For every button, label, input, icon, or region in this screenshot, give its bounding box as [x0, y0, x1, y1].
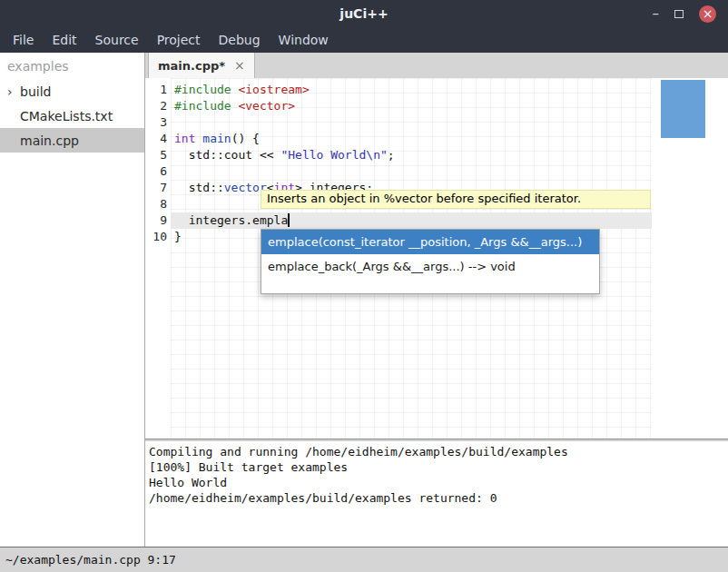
terminal-line: Hello World: [149, 475, 724, 490]
menu-item-project[interactable]: Project: [148, 29, 210, 51]
file-label: build: [20, 84, 51, 99]
file-label: CMakeLists.txt: [20, 109, 113, 123]
text-cursor: [288, 213, 290, 227]
source-editor[interactable]: 12345678910 #include <iostream>#include …: [145, 78, 728, 439]
code-line: std::cout << "Hello World\n";: [174, 147, 395, 163]
tab-bar: main.cpp*×: [145, 53, 728, 78]
build-output-terminal[interactable]: Compiling and running /home/eidheim/exam…: [145, 441, 728, 547]
completion-item[interactable]: emplace(const_iterator __position, _Args…: [261, 230, 599, 254]
menu-bar: FileEditSourceProjectDebugWindow: [0, 27, 728, 53]
doc-tooltip: Inserts an object in %vector before spec…: [261, 190, 651, 209]
code-line: #include <iostream>: [174, 82, 395, 98]
completion-popup: emplace(const_iterator __position, _Args…: [261, 229, 600, 294]
code-line: #include <vector>: [174, 98, 395, 114]
chevron-right-icon: ›: [7, 84, 20, 99]
line-number: 10: [145, 229, 167, 245]
line-number: 3: [145, 114, 167, 131]
terminal-line: Compiling and running /home/eidheim/exam…: [149, 444, 724, 459]
code-line: [174, 163, 395, 180]
file-tree: ›buildCMakeLists.txtmain.cpp: [0, 79, 144, 153]
line-number: 7: [145, 180, 167, 196]
line-number: 6: [145, 163, 167, 180]
line-number-gutter: 12345678910: [145, 82, 167, 245]
line-number: 8: [145, 196, 167, 212]
terminal-line: [100%] Built target examples: [149, 459, 724, 475]
menu-item-edit[interactable]: Edit: [43, 29, 85, 51]
tab-close-icon[interactable]: ×: [234, 58, 245, 73]
status-file-position: ~/examples/main.cpp 9:17: [5, 553, 176, 567]
menu-item-debug[interactable]: Debug: [210, 29, 270, 51]
window-controls: – ×: [653, 5, 728, 23]
minimize-icon[interactable]: –: [653, 9, 660, 18]
sidebar-item-main-cpp[interactable]: main.cpp: [0, 128, 144, 153]
code-area: #include <iostream>#include <vector>int …: [174, 82, 395, 245]
menu-item-source[interactable]: Source: [86, 29, 148, 51]
line-number: 1: [145, 82, 167, 98]
code-line: integers.empla: [174, 212, 395, 229]
window-title: juCi++: [0, 6, 728, 21]
completion-item[interactable]: emplace_back(_Args &&__args...) --> void: [261, 254, 599, 279]
file-label: main.cpp: [20, 133, 79, 148]
restore-icon[interactable]: [674, 10, 684, 18]
line-number: 2: [145, 98, 167, 114]
menu-item-file[interactable]: File: [4, 29, 43, 51]
line-number: 5: [145, 147, 167, 163]
title-bar: juCi++ – ×: [0, 0, 728, 27]
line-number: 9: [145, 212, 167, 229]
content-area: examples ›buildCMakeLists.txtmain.cpp ma…: [0, 53, 728, 547]
close-icon[interactable]: ×: [699, 5, 716, 23]
line-number: 4: [145, 131, 167, 147]
code-line: [174, 114, 395, 131]
source-map-slider[interactable]: [661, 80, 705, 138]
tab-main-cpp[interactable]: main.cpp*×: [148, 53, 255, 78]
sidebar-item-cmakelists-txt[interactable]: CMakeLists.txt: [0, 104, 144, 128]
tab-label: main.cpp*: [158, 59, 225, 73]
terminal-line: /home/eidheim/examples/build/examples re…: [149, 490, 724, 506]
code-line: int main() {: [174, 131, 395, 147]
file-sidebar: examples ›buildCMakeLists.txtmain.cpp: [0, 53, 145, 547]
sidebar-item-build[interactable]: ›build: [0, 79, 144, 104]
project-name: examples: [0, 53, 144, 79]
editor-pane: main.cpp*× 12345678910 #include <iostrea…: [145, 53, 728, 547]
menu-item-window[interactable]: Window: [270, 29, 338, 51]
status-bar: ~/examples/main.cpp 9:17: [0, 547, 728, 572]
